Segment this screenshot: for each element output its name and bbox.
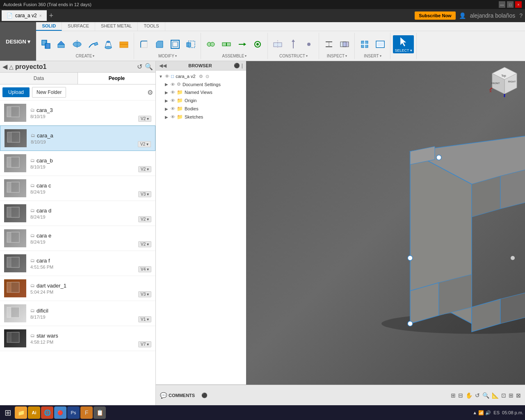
panel-settings-btn[interactable]: ⚙ [147, 89, 153, 96]
file-item[interactable]: 🗂star wars4:58:12 PMV7 ▾ [0, 326, 155, 351]
bodies-eye[interactable]: 👁 [171, 106, 175, 111]
start-btn[interactable]: ⊞ [2, 406, 14, 419]
file-version-btn[interactable]: V2 ▾ [138, 241, 151, 247]
taskbar-fusion-btn[interactable]: F [80, 406, 93, 419]
file-item[interactable]: 🗂dart vader_15:04:24 PMV3 ▾ [0, 276, 155, 301]
file-item[interactable]: 🗂cara d8/24/19V2 ▾ [0, 201, 155, 226]
file-item[interactable]: 🗂cara_b8/10/19V2 ▾ [0, 151, 155, 176]
vp-display1-icon[interactable]: ⊡ [501, 392, 506, 399]
shell-btn[interactable] [168, 38, 183, 51]
file-item[interactable]: 🗂cara f4:51:56 PMV4 ▾ [0, 251, 155, 276]
doc-settings-eye[interactable]: 👁 [171, 82, 175, 87]
sweep-btn[interactable] [85, 38, 100, 51]
browser-collapse-btn[interactable]: ◀◀ [159, 63, 167, 68]
loft-btn[interactable] [101, 38, 116, 51]
file-item[interactable]: 🗂cara c8/24/19V3 ▾ [0, 176, 155, 201]
file-version-btn[interactable]: V1 ▾ [138, 316, 151, 322]
help-btn[interactable]: ? [519, 12, 523, 19]
file-item[interactable]: 🗂dificil8/17/19V1 ▾ [0, 301, 155, 326]
close-btn[interactable]: × [515, 1, 522, 8]
panel-refresh-btn[interactable]: ↺ [137, 63, 142, 71]
root-circle-icon[interactable]: ⊙ [205, 74, 209, 79]
revolve-btn[interactable] [70, 38, 84, 51]
vp-measure-icon[interactable]: 📐 [492, 392, 499, 399]
plane-btn[interactable] [270, 38, 285, 51]
window-controls[interactable]: — □ × [499, 1, 522, 8]
select-btn[interactable]: SELECT ▾ [393, 35, 413, 53]
file-version-btn[interactable]: V2 ▾ [138, 216, 151, 222]
scale-btn[interactable] [183, 38, 198, 51]
file-version-btn[interactable]: V4 ▾ [138, 266, 151, 272]
root-eye-icon[interactable]: 👁 [165, 74, 169, 79]
vp-hand-icon[interactable]: ✋ [466, 392, 472, 399]
tab-close-btn[interactable]: × [39, 14, 42, 18]
taskbar-explorer-btn[interactable]: 📁 [15, 406, 27, 419]
subscribe-btn[interactable]: Subscribe Now [415, 11, 455, 20]
browser-pipe-btn[interactable]: | [242, 63, 243, 68]
canvas-btn[interactable] [373, 38, 388, 51]
insert-btn[interactable] [357, 38, 372, 51]
minimize-btn[interactable]: — [499, 1, 505, 8]
tree-named-views[interactable]: ▶ 👁 📁 Named Views [156, 88, 246, 96]
vp-nav-icon[interactable]: ⊟ [458, 392, 463, 399]
file-version-btn[interactable]: V2 ▾ [138, 116, 151, 122]
tree-sketches[interactable]: ▶ 👁 📁 Sketches [156, 113, 246, 121]
file-item[interactable]: 🗂cara_38/10/19V2 ▾ [0, 100, 155, 126]
tab-cara-a-v2[interactable]: 📄 cara_a v2 × [2, 10, 47, 21]
vp-display3-icon[interactable]: ⊠ [516, 392, 521, 399]
vp-display2-icon[interactable]: ⊞ [509, 392, 514, 399]
rib-btn[interactable] [116, 38, 131, 51]
upload-btn[interactable]: Upload [2, 87, 30, 97]
new-tab-btn[interactable]: + [49, 11, 54, 20]
file-version-btn[interactable]: V3 ▾ [138, 291, 151, 297]
taskbar-chrome-btn[interactable]: 🌐 [41, 406, 53, 419]
tab-sheet-metal[interactable]: SHEET METAL [95, 22, 138, 31]
tab-tools[interactable]: TOOLS [138, 22, 165, 31]
tree-origin[interactable]: ▶ 👁 📁 Origin [156, 96, 246, 105]
panel-search-btn[interactable]: 🔍 [145, 63, 153, 71]
file-version-btn[interactable]: V7 ▾ [138, 341, 151, 347]
file-version-btn[interactable]: V3 ▾ [138, 191, 151, 197]
tab-solid[interactable]: SOLID [36, 22, 62, 31]
motion-btn[interactable] [235, 38, 249, 51]
tree-bodies[interactable]: ▶ 👁 📁 Bodies [156, 105, 246, 113]
fillet-btn[interactable] [137, 38, 151, 51]
extrude-btn[interactable] [54, 38, 69, 51]
contact-btn[interactable] [250, 38, 265, 51]
comments-dot-btn[interactable]: ⚫ [201, 393, 208, 398]
vp-zoom-icon[interactable]: 🔍 [482, 392, 489, 399]
browser-dot-btn[interactable]: ⚫ [234, 63, 240, 68]
panel-back-btn[interactable]: ◀ [2, 63, 7, 71]
tab-surface[interactable]: SURFACE [62, 22, 95, 31]
new-folder-btn[interactable]: New Folder [32, 87, 66, 98]
named-views-eye[interactable]: 👁 [171, 90, 175, 95]
file-version-btn[interactable]: V2 ▾ [138, 141, 151, 147]
design-dropdown-btn[interactable]: DESIGN ▾ [0, 22, 36, 61]
panel-tab-data[interactable]: Data [0, 73, 78, 84]
file-item[interactable]: 🗂cara e8/24/19V2 ▾ [0, 226, 155, 251]
user-avatar-icon[interactable]: 👤 [459, 12, 466, 19]
taskbar-mail-btn[interactable]: 📋 [94, 406, 106, 419]
sketches-eye[interactable]: 👁 [171, 114, 175, 119]
taskbar-ps2-btn[interactable]: Ps [67, 406, 80, 419]
root-gear-icon[interactable]: ⚙ [199, 74, 203, 79]
vp-grid-icon[interactable]: ⊞ [451, 392, 456, 399]
point-btn[interactable] [301, 38, 316, 51]
tree-root[interactable]: ▼ 👁 □ cara_a v2 ⚙ ⊙ [156, 72, 246, 80]
interference-btn[interactable] [337, 38, 352, 51]
file-version-btn[interactable]: V2 ▾ [138, 166, 151, 172]
chamfer-btn[interactable] [152, 38, 167, 51]
file-item[interactable]: 🗂cara_a8/10/19V2 ▾ [0, 126, 155, 151]
tree-document-settings[interactable]: ▶ 👁 ⚙ Document Settings [156, 80, 246, 88]
origin-eye[interactable]: 👁 [171, 98, 175, 103]
rigid-btn[interactable] [219, 38, 234, 51]
new-component-btn[interactable] [39, 38, 53, 51]
maximize-btn[interactable]: □ [507, 1, 514, 8]
viewport-3d[interactable]: Top FRONT RIGHT Z X [246, 61, 525, 385]
vp-orbit-icon[interactable]: ↺ [475, 392, 480, 399]
measure-btn[interactable] [322, 38, 336, 51]
taskbar-ai-btn[interactable]: Ai [28, 406, 40, 419]
panel-tab-people[interactable]: People [78, 73, 155, 84]
taskbar-ps-btn[interactable]: 🔴 [54, 406, 66, 419]
joint-btn[interactable] [203, 38, 218, 51]
